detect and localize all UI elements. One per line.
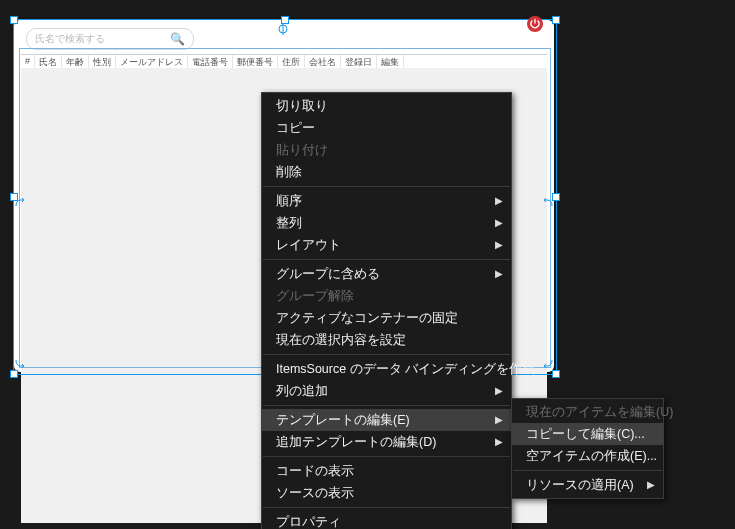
menu-item-label: ソースの表示 xyxy=(276,486,354,500)
menu-item[interactable]: ソースの表示 xyxy=(262,482,511,504)
menu-item-label: 順序 xyxy=(276,194,302,208)
menu-item-label: 貼り付け xyxy=(276,143,328,157)
column-header[interactable]: 登録日 xyxy=(341,55,377,69)
menu-item-label: 列の追加 xyxy=(276,384,328,398)
menu-item[interactable]: 削除 xyxy=(262,161,511,183)
column-header[interactable]: 編集 xyxy=(377,55,404,69)
menu-item[interactable]: 現在の選択内容を設定 xyxy=(262,329,511,351)
menu-separator xyxy=(263,456,510,457)
chevron-right-icon: ▶ xyxy=(495,380,503,402)
menu-item[interactable]: 順序▶ xyxy=(262,190,511,212)
stop-debug-badge[interactable] xyxy=(527,16,543,32)
column-header[interactable]: 会社名 xyxy=(305,55,341,69)
menu-item-label: 切り取り xyxy=(276,99,328,113)
search-icon: 🔍 xyxy=(170,32,185,46)
menu-item-label: コピーして編集(C)... xyxy=(526,427,645,441)
menu-separator xyxy=(263,354,510,355)
menu-item[interactable]: ItemsSource のデータ バインディングを作成... xyxy=(262,358,511,380)
menu-item[interactable]: グループに含める▶ xyxy=(262,263,511,285)
menu-item-label: 削除 xyxy=(276,165,302,179)
menu-item-label: グループ解除 xyxy=(276,289,354,303)
menu-separator xyxy=(263,405,510,406)
menu-item-label: アクティブなコンテナーの固定 xyxy=(276,311,458,325)
menu-item-label: コードの表示 xyxy=(276,464,354,478)
menu-item[interactable]: プロパティ xyxy=(262,511,511,529)
menu-item[interactable]: 追加テンプレートの編集(D)▶ xyxy=(262,431,511,453)
menu-separator xyxy=(513,470,662,471)
menu-item[interactable]: 列の追加▶ xyxy=(262,380,511,402)
search-placeholder: 氏名で検索する xyxy=(35,32,170,46)
menu-item[interactable]: レイアウト▶ xyxy=(262,234,511,256)
menu-item[interactable]: コピーして編集(C)... xyxy=(512,423,663,445)
menu-item: 貼り付け xyxy=(262,139,511,161)
chevron-right-icon: ▶ xyxy=(495,431,503,453)
column-header[interactable]: # xyxy=(21,55,35,69)
menu-item-label: コピー xyxy=(276,121,315,135)
anchor-glyph-right[interactable] xyxy=(540,196,554,210)
menu-item[interactable]: 整列▶ xyxy=(262,212,511,234)
menu-item[interactable]: テンプレートの編集(E)▶ xyxy=(262,409,511,431)
menu-item-label: ItemsSource のデータ バインディングを作成... xyxy=(276,362,546,376)
menu-item[interactable]: リソースの適用(A)▶ xyxy=(512,474,663,496)
menu-item-label: 空アイテムの作成(E)... xyxy=(526,449,657,463)
chevron-right-icon: ▶ xyxy=(495,190,503,212)
menu-item-label: 整列 xyxy=(276,216,302,230)
menu-item-label: 現在の選択内容を設定 xyxy=(276,333,406,347)
menu-item[interactable]: コードの表示 xyxy=(262,460,511,482)
chevron-right-icon: ▶ xyxy=(495,212,503,234)
menu-item: グループ解除 xyxy=(262,285,511,307)
menu-item-label: グループに含める xyxy=(276,267,380,281)
column-header[interactable]: 郵便番号 xyxy=(233,55,278,69)
menu-item[interactable]: アクティブなコンテナーの固定 xyxy=(262,307,511,329)
anchor-glyph-top[interactable] xyxy=(276,22,290,36)
menu-item[interactable]: コピー xyxy=(262,117,511,139)
chevron-right-icon: ▶ xyxy=(495,263,503,285)
chevron-right-icon: ▶ xyxy=(495,234,503,256)
column-header[interactable]: メールアドレス xyxy=(116,55,188,69)
chevron-right-icon: ▶ xyxy=(495,409,503,431)
menu-item-label: 追加テンプレートの編集(D) xyxy=(276,435,436,449)
column-header[interactable]: 氏名 xyxy=(35,55,62,69)
menu-item-label: リソースの適用(A) xyxy=(526,478,634,492)
menu-item: 現在のアイテムを編集(U) xyxy=(512,401,663,423)
context-menu[interactable]: 切り取りコピー貼り付け削除順序▶整列▶レイアウト▶グループに含める▶グループ解除… xyxy=(261,92,512,529)
power-icon xyxy=(530,19,540,29)
menu-separator xyxy=(263,259,510,260)
column-header[interactable]: 住所 xyxy=(278,55,305,69)
menu-item-label: レイアウト xyxy=(276,238,341,252)
menu-item-label: 現在のアイテムを編集(U) xyxy=(526,405,673,419)
search-input[interactable]: 氏名で検索する 🔍 xyxy=(26,28,194,50)
menu-item-label: テンプレートの編集(E) xyxy=(276,413,410,427)
context-submenu-template[interactable]: 現在のアイテムを編集(U)コピーして編集(C)...空アイテムの作成(E)...… xyxy=(511,398,664,499)
column-header[interactable]: 性別 xyxy=(89,55,116,69)
menu-item-label: プロパティ xyxy=(276,515,341,529)
anchor-glyph-left[interactable] xyxy=(14,356,28,370)
column-header[interactable]: 年齢 xyxy=(62,55,89,69)
designer-canvas: 氏名で検索する 🔍 #氏名年齢性別メールアドレス電話番号郵便番号住所会社名登録日… xyxy=(0,0,735,529)
column-header[interactable]: 電話番号 xyxy=(188,55,233,69)
menu-separator xyxy=(263,507,510,508)
menu-item[interactable]: 空アイテムの作成(E)... xyxy=(512,445,663,467)
chevron-right-icon: ▶ xyxy=(647,474,655,496)
menu-item[interactable]: 切り取り xyxy=(262,95,511,117)
resize-handle[interactable] xyxy=(552,370,560,378)
menu-separator xyxy=(263,186,510,187)
anchor-glyph-left[interactable] xyxy=(14,196,28,210)
